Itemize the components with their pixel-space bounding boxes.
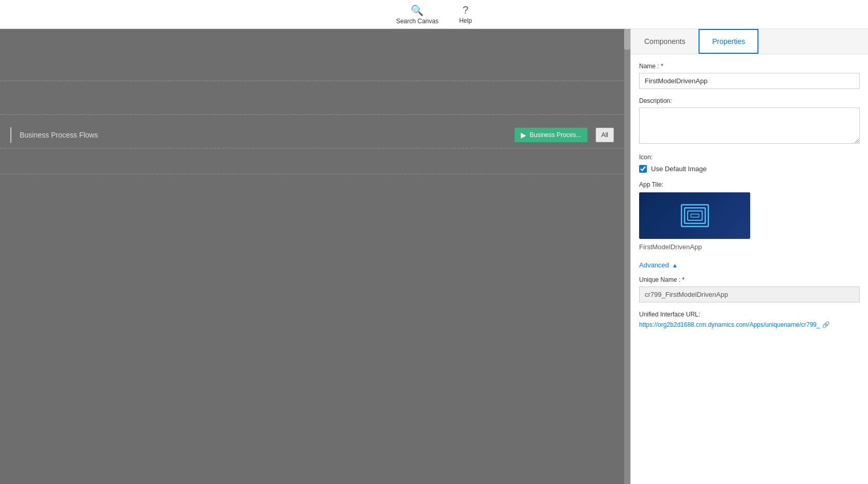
tab-properties[interactable]: Properties — [699, 29, 758, 54]
name-field-group: Name : * — [639, 63, 860, 89]
canvas-area: Business Process Flows ▶ Business Proces… — [0, 29, 630, 484]
icon-label: Icon: — [639, 154, 860, 161]
toolbar: 🔍 Search Canvas ? Help — [0, 0, 868, 29]
panel-tabs: Components Properties — [631, 29, 868, 54]
dashed-line-4 — [0, 174, 624, 174]
use-default-image-checkbox[interactable] — [639, 165, 647, 173]
app-tile-svg-icon — [679, 203, 710, 229]
search-canvas-label: Search Canvas — [396, 18, 439, 25]
svg-rect-3 — [691, 214, 699, 217]
description-label: Description: — [639, 97, 860, 104]
app-tile — [639, 192, 750, 239]
bpf-row: Business Process Flows ▶ Business Proces… — [0, 127, 624, 143]
bpf-button-label: Business Proces... — [530, 131, 581, 139]
bpf-divider — [10, 127, 11, 143]
tab-components[interactable]: Components — [631, 29, 699, 54]
canvas-scrollbar[interactable] — [624, 29, 630, 484]
unified-url-value: https://org2b2d1688.crm.dynamics.com/App… — [639, 321, 860, 328]
search-canvas-button[interactable]: 🔍 Search Canvas — [396, 4, 439, 25]
help-button[interactable]: ? Help — [459, 4, 472, 24]
advanced-section: Advanced ▲ Unique Name : * Unified Inter… — [639, 261, 860, 328]
name-input[interactable] — [639, 73, 860, 89]
unified-url-label: Unified Interface URL: — [639, 311, 860, 318]
bpf-button[interactable]: ▶ Business Proces... — [515, 128, 587, 142]
advanced-toggle-button[interactable]: Advanced ▲ — [639, 261, 678, 269]
bpf-all-button[interactable]: All — [596, 128, 614, 142]
app-tile-name: FirstModelDrivenApp — [639, 243, 860, 251]
unified-url-field-group: Unified Interface URL: https://org2b2d16… — [639, 311, 860, 328]
dashed-line-1 — [0, 81, 624, 81]
description-input[interactable] — [639, 108, 860, 144]
unique-name-label: Unique Name : * — [639, 276, 860, 283]
unique-name-field-group: Unique Name : * — [639, 276, 860, 303]
main-area: Business Process Flows ▶ Business Proces… — [0, 29, 868, 484]
use-default-image-row: Use Default Image — [639, 165, 860, 173]
panel-content: Name : * Description: Icon: Use Default … — [631, 54, 868, 484]
bpf-all-label: All — [601, 131, 608, 139]
description-field-group: Description: — [639, 97, 860, 145]
help-label: Help — [459, 17, 472, 24]
svg-rect-2 — [688, 211, 702, 220]
bpf-button-icon: ▶ — [521, 131, 526, 139]
bpf-label: Business Process Flows — [20, 131, 506, 139]
canvas-scrollbar-thumb — [624, 29, 630, 50]
dashed-line-3 — [0, 148, 624, 148]
advanced-label: Advanced — [639, 261, 669, 269]
search-icon: 🔍 — [411, 4, 424, 17]
icon-section: Icon: Use Default Image — [639, 154, 860, 173]
use-default-image-label: Use Default Image — [651, 165, 707, 173]
unique-name-input[interactable] — [639, 286, 860, 303]
help-icon: ? — [462, 4, 468, 16]
right-panel: Components Properties Name : * Descripti… — [630, 29, 868, 484]
name-label: Name : * — [639, 63, 860, 70]
app-tile-section: App Tile: FirstModelDrivenApp — [639, 181, 860, 251]
copy-url-icon[interactable]: 🔗 — [822, 321, 830, 328]
chevron-up-icon: ▲ — [672, 262, 678, 268]
app-tile-label: App Tile: — [639, 181, 860, 188]
dashed-line-2 — [0, 114, 624, 115]
